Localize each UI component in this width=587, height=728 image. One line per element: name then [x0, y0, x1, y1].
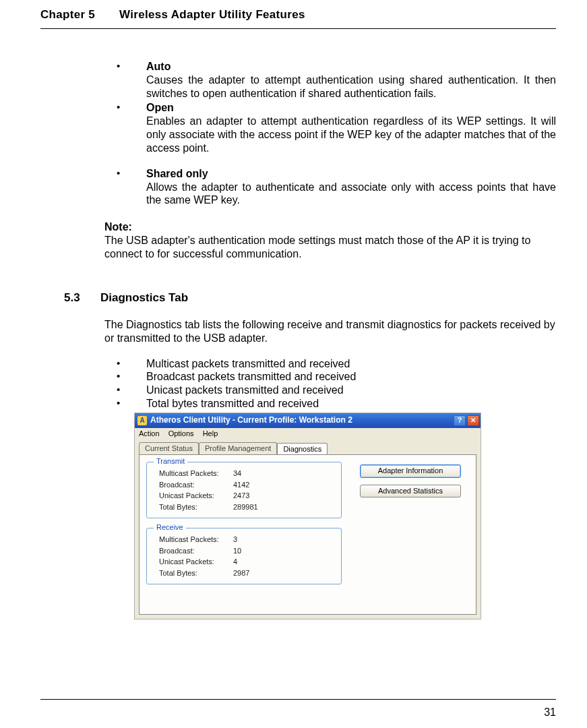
- footer-rule: [40, 699, 556, 700]
- app-icon: A: [137, 416, 147, 425]
- receive-group: Receive Multicast Packets:3 Broadcast:10…: [146, 528, 342, 584]
- stat-row: Broadcast:10: [159, 545, 334, 557]
- list-item: Broadcast packets transmitted and receiv…: [107, 370, 556, 384]
- stat-label: Broadcast:: [159, 479, 233, 491]
- titlebar[interactable]: A Atheros Client Utility - Current Profi…: [135, 413, 481, 428]
- stat-label: Total Bytes:: [159, 502, 233, 513]
- list-item: Total bytes transmitted and received: [107, 397, 556, 411]
- auth-desc: Allows the adapter to authenticate and a…: [146, 181, 556, 208]
- stat-row: Total Bytes:2987: [159, 568, 334, 579]
- section-number: 5.3: [64, 291, 100, 305]
- note-title: Note:: [104, 220, 556, 234]
- list-item: Unicast packets transmitted and received: [107, 384, 556, 397]
- auth-title: Open: [146, 102, 174, 113]
- auth-mode-auto: Auto Causes the adapter to attempt authe…: [107, 60, 556, 100]
- chapter-title: Wireless Adapter Utility Features: [119, 8, 305, 21]
- stat-row: Multicast Packets:34: [159, 468, 334, 479]
- tab-row: Current Status Profile Management Diagno…: [135, 439, 481, 454]
- section-intro: The Diagnostics tab lists the following …: [104, 318, 556, 345]
- dialog-window: A Atheros Client Utility - Current Profi…: [134, 413, 481, 619]
- stat-row: Multicast Packets:3: [159, 534, 334, 545]
- group-title: Transmit: [154, 457, 187, 466]
- list-item-text: Broadcast packets transmitted and receiv…: [146, 371, 356, 382]
- auth-desc: Enables an adapter to attempt authentica…: [146, 115, 556, 154]
- stat-row: Total Bytes:289981: [159, 502, 334, 513]
- note-text: The USB adapter's authentication mode se…: [104, 234, 556, 261]
- stat-row: Unicast Packets:4: [159, 556, 334, 568]
- list-item-text: Total bytes transmitted and received: [146, 398, 319, 409]
- stat-label: Unicast Packets:: [159, 490, 233, 502]
- stat-value: 4: [233, 556, 237, 568]
- stat-label: Unicast Packets:: [159, 556, 233, 568]
- auth-mode-open: Open Enables an adapter to attempt authe…: [107, 101, 556, 154]
- stat-value: 3: [233, 534, 237, 545]
- page-number: 31: [544, 706, 556, 719]
- adapter-information-button[interactable]: Adapter Information: [360, 464, 461, 478]
- close-button[interactable]: ✕: [467, 415, 479, 426]
- tab-panel: Transmit Multicast Packets:34 Broadcast:…: [139, 454, 476, 615]
- chapter-number: Chapter 5: [40, 8, 95, 21]
- section-title: Diagnostics Tab: [100, 291, 188, 304]
- section-heading: 5.3Diagnostics Tab: [64, 291, 556, 305]
- menu-help[interactable]: Help: [203, 429, 218, 437]
- stat-value: 289981: [233, 502, 258, 513]
- help-button[interactable]: ?: [454, 415, 466, 426]
- stat-label: Multicast Packets:: [159, 468, 233, 479]
- auth-desc: Causes the adapter to attempt authentica…: [146, 73, 556, 100]
- stat-value: 34: [233, 468, 241, 479]
- stat-value: 4142: [233, 479, 249, 491]
- auth-mode-shared: Shared only Allows the adapter to authen…: [107, 167, 556, 207]
- list-item-text: Multicast packets transmitted and receiv…: [146, 358, 350, 369]
- diagnostics-list: Multicast packets transmitted and receiv…: [104, 357, 556, 411]
- stat-label: Multicast Packets:: [159, 534, 233, 545]
- menu-action[interactable]: Action: [139, 429, 160, 437]
- menu-options[interactable]: Options: [168, 429, 194, 437]
- list-item-text: Unicast packets transmitted and received: [146, 384, 344, 396]
- stat-row: Broadcast:4142: [159, 479, 334, 491]
- tab-profile-management[interactable]: Profile Management: [199, 442, 277, 454]
- auth-title: Shared only: [146, 168, 208, 179]
- tab-current-status[interactable]: Current Status: [139, 442, 199, 454]
- chapter-header: Chapter 5Wireless Adapter Utility Featur…: [40, 8, 556, 27]
- stat-row: Unicast Packets:2473: [159, 490, 334, 502]
- stat-label: Total Bytes:: [159, 568, 233, 579]
- auth-title: Auto: [146, 61, 171, 72]
- advanced-statistics-button[interactable]: Advanced Statistics: [360, 485, 461, 498]
- stat-value: 2473: [233, 490, 249, 502]
- menubar: Action Options Help: [135, 428, 481, 440]
- note-block: Note: The USB adapter's authentication m…: [104, 220, 556, 260]
- window-title: Atheros Client Utility - Current Profile…: [150, 415, 352, 425]
- auth-mode-list: Auto Causes the adapter to attempt authe…: [104, 60, 556, 207]
- stat-label: Broadcast:: [159, 545, 233, 557]
- transmit-group: Transmit Multicast Packets:34 Broadcast:…: [146, 462, 342, 518]
- group-title: Receive: [154, 523, 186, 533]
- stat-value: 2987: [233, 568, 249, 579]
- stat-value: 10: [233, 545, 241, 557]
- tab-diagnostics[interactable]: Diagnostics: [277, 443, 328, 455]
- list-item: Multicast packets transmitted and receiv…: [107, 357, 556, 371]
